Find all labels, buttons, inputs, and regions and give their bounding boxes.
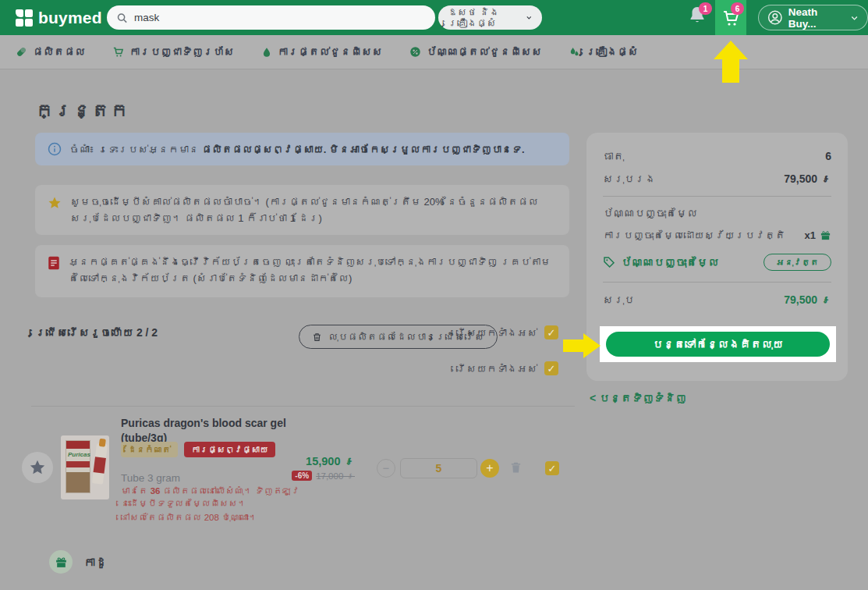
trash-icon (312, 332, 322, 343)
promotion-tag: ការផ្សព្វផ្សាយ (184, 442, 275, 457)
user-menu[interactable]: Neath Buy... (758, 5, 868, 30)
divider (31, 406, 575, 407)
pill-icon (16, 46, 27, 58)
discount-badge: -6% (292, 471, 312, 481)
info-banner-text: ចំណាំ៖ រទេះរបស់អ្នកមាន ផលិតផលផ្សព្វផ្សាយ… (69, 144, 525, 155)
auto-discount-label: ការបញ្ចុះតម្លៃដោយស្វ័យប្រវត្តិ (603, 229, 785, 241)
nav-item-label: ការផ្តល់ជូនពិសេស (278, 46, 383, 58)
cart-icon (112, 46, 124, 58)
star-icon (48, 196, 62, 210)
select-all-label: រើសយកទាំងអស់ (456, 327, 537, 339)
select-all-row: រើសយកទាំងអស់ ✓ (456, 325, 558, 339)
quantity-increase-button[interactable]: + (480, 459, 499, 478)
original-price: 17,000 ៛ (316, 471, 355, 481)
gift-icon (55, 556, 68, 569)
nav-item-special-offers[interactable]: ការផ្តល់ជូនពិសេស (261, 46, 383, 58)
quantity-decrease-button[interactable]: − (377, 459, 395, 478)
select-all-checkbox[interactable]: ✓ (544, 361, 558, 375)
remove-item-button[interactable] (509, 460, 523, 478)
selection-row: ជ្រើសរើសរួចហើយ 2 / 2 លុបផលិតផលដែលបានជ្រើ… (35, 326, 558, 339)
items-label: ធាតុ (603, 151, 624, 162)
info-banner: ចំណាំ៖ រទេះរបស់អ្នកមាន ផលិតផលផ្សព្វផ្សាយ… (35, 133, 569, 165)
notifications-badge: 1 (699, 2, 712, 15)
auto-discount-value: x1 (805, 229, 816, 241)
gift-label: កាដូ (83, 556, 107, 569)
apply-coupon-button[interactable]: អនុវត្ត (763, 254, 831, 271)
search-icon (116, 12, 128, 24)
buymed-logo[interactable]: buymed (16, 0, 102, 35)
cart-badge: 6 (731, 2, 744, 15)
gift-section: កាដូ (49, 550, 107, 574)
search-category-dropdown[interactable]: ឱសថ និងគ្រឿងផ្សំ (438, 5, 542, 30)
star-notice: សូមចុចដើម្បីសំគាល់ផលិតផលចាំបាច់។ (ការផ្ត… (35, 185, 569, 235)
star-notice-text: សូមចុចដើម្បីសំគាល់ផលិតផលចាំបាច់។ (ការផ្ត… (70, 194, 557, 226)
search-bar[interactable] (107, 5, 435, 30)
nav-item-label: ការបញ្ជាទិញរហ័ស (129, 46, 235, 58)
nav-item-quick-order[interactable]: ការបញ្ជាទិញរហ័ស (112, 46, 235, 58)
selected-count-label: ជ្រើសរើសរួចហើយ 2 / 2 (35, 326, 158, 339)
items-value: 6 (825, 150, 831, 162)
cart-button[interactable]: 6 (715, 0, 746, 35)
coupon-link-label: ប័ណ្ណបញ្ចុះតម្លៃ (621, 256, 719, 268)
drop-icon (261, 47, 272, 58)
trash-icon (509, 460, 523, 474)
product-image[interactable]: Puricas (61, 435, 109, 499)
product-checkbox[interactable]: ✓ (545, 461, 559, 475)
product-tags: ដែនកំណត់ ការផ្សព្វផ្សាយ (121, 442, 275, 457)
stock-warning: មានតែ 36 ផលិតផលនៅលើសំណុំ។ ទិញឥឡូវនេះដើម្… (121, 485, 308, 524)
auto-discount-row: ការបញ្ចុះតម្លៃដោយស្វ័យប្រវត្តិ x1 (603, 229, 831, 241)
nav-item-label: គ្រឿងផ្សំ (586, 46, 639, 58)
product-price-block: 15,900 ៛ -6% 17,000 ៛ (285, 455, 355, 481)
page-title: កន្ត្រក (35, 100, 129, 122)
divider (603, 282, 831, 283)
search-input[interactable] (134, 12, 426, 23)
subtotal-value: 79,500 ៛ (784, 172, 831, 185)
avatar-icon (767, 9, 783, 26)
product-variant: Tube 3 gram (121, 472, 180, 484)
checkout-button[interactable]: បន្តទៅកន្លែងគិតលុយ (606, 332, 830, 357)
buymed-logo-icon (16, 9, 33, 27)
invoice-notice-text: អ្នកផ្គត់ផ្គង់នឹងធ្វើវិក័យប័ត្រចេញ លុះត្… (69, 254, 557, 288)
search-category-value: ឱសថ និងគ្រឿងផ្សំ (448, 7, 526, 29)
coupon-link[interactable]: ប័ណ្ណបញ្ចុះតម្លៃ (603, 256, 719, 268)
subtotal-label: សរុបរង (603, 173, 656, 185)
gift-icon (820, 229, 831, 241)
nav-item-label: ផលិតផល (33, 46, 86, 58)
gift-icon-circle (49, 550, 73, 574)
info-icon (48, 142, 62, 156)
mark-essential-star[interactable] (22, 452, 53, 483)
ingredients-icon (569, 46, 580, 58)
quantity-input[interactable] (400, 458, 477, 478)
nav-item-products[interactable]: ផលិតផល (16, 46, 86, 58)
continue-shopping-link[interactable]: < បន្តទិញទំនិញ (590, 392, 686, 404)
tutorial-arrow-right-checkout (563, 333, 601, 358)
user-name: Neath Buy... (788, 6, 845, 30)
document-icon (48, 256, 60, 270)
chevron-down-icon (526, 13, 533, 22)
nav-item-offer-vouchers[interactable]: ប័ណ្ណផ្តល់ជូនពិសេស (409, 46, 543, 58)
tag-icon (603, 256, 615, 268)
app-header: buymed ឱសថ និងគ្រឿងផ្សំ 1 6 Neath Buy... (0, 0, 868, 35)
tutorial-arrow-up-cart (714, 41, 748, 83)
select-all-label: រើសយកទាំងអស់ (456, 363, 537, 375)
notifications-button[interactable]: 1 (688, 5, 713, 31)
chevron-down-icon (850, 13, 859, 23)
coupon-section-label: ប័ណ្ណបញ្ចុះតម្លៃ (603, 208, 831, 219)
total-label: សរុប (603, 294, 635, 306)
product-price: 15,900 ៛ (285, 455, 355, 467)
voucher-icon (409, 46, 421, 58)
select-all-row: រើសយកទាំងអស់ ✓ (456, 361, 558, 375)
nav-item-label: ប័ណ្ណផ្តល់ជូនពិសេស (427, 46, 543, 58)
star-icon (29, 459, 46, 476)
total-value: 79,500 ៛ (784, 293, 831, 306)
buymed-cart-page: buymed ឱសថ និងគ្រឿងផ្សំ 1 6 Neath Buy...… (0, 0, 868, 590)
invoice-notice: អ្នកផ្គត់ផ្គង់នឹងធ្វើវិក័យប័ត្រចេញ លុះត្… (35, 245, 569, 297)
divider (603, 196, 831, 197)
checkout-highlight-box: បន្តទៅកន្លែងគិតលុយ (600, 326, 836, 362)
select-all-checkbox[interactable]: ✓ (544, 325, 558, 339)
limit-tag: ដែនកំណត់ (121, 442, 178, 457)
nav-item-ingredients[interactable]: គ្រឿងផ្សំ (569, 46, 639, 58)
brand-name: buymed (38, 9, 102, 27)
